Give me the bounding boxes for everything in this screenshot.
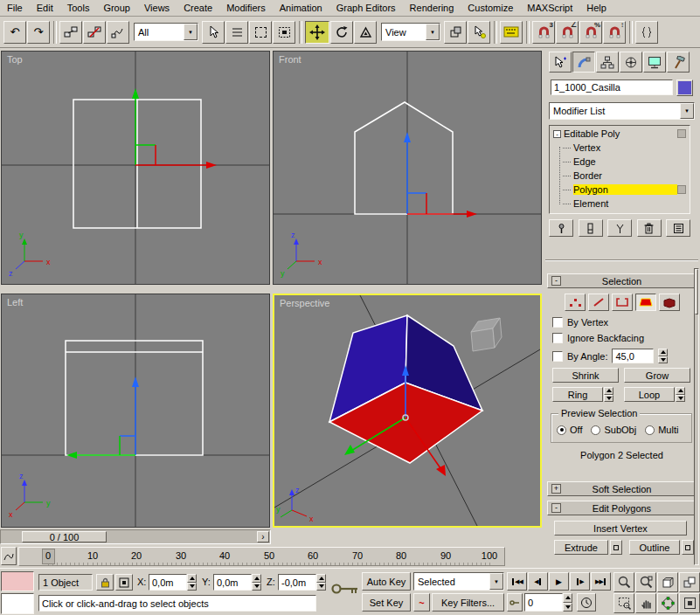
preview-subobj-radio[interactable] [591,425,600,435]
pin-stack-button[interactable] [549,219,573,237]
x-spinner[interactable] [187,574,197,591]
rectangular-selection-region-button[interactable] [249,21,272,44]
command-panel-scrollbar[interactable] [694,268,699,565]
by-angle-spinner[interactable] [658,349,668,363]
wireframe-top[interactable] [73,100,201,228]
go-to-start-button[interactable]: ◀◀ [507,572,527,591]
edit-named-selection-sets-button[interactable] [635,21,658,44]
viewport-perspective[interactable]: z y x Perspective [273,294,542,528]
tab-modify[interactable] [572,52,595,73]
pan-view-button[interactable] [635,593,656,613]
bind-to-space-warp-button[interactable] [107,21,129,44]
play-button[interactable]: ▶ [549,572,569,591]
menu-graph-editors[interactable]: Graph Editors [329,1,403,15]
menu-views[interactable]: Views [137,1,177,15]
auto-key-button[interactable]: Auto Key [362,572,411,591]
ignore-backfacing-checkbox[interactable] [552,333,563,343]
by-angle-value-field[interactable]: 45,0 [612,349,654,363]
set-key-button[interactable]: Set Key [362,593,411,612]
z-spinner[interactable] [316,574,326,591]
selection-lock-toggle[interactable] [96,574,114,591]
maximize-viewport-toggle[interactable] [679,593,700,613]
stack-item-border[interactable]: Border [551,169,689,183]
edge-subobject-button[interactable] [588,294,609,311]
object-color-swatch[interactable] [676,79,693,96]
outline-settings-button[interactable] [682,540,694,555]
viewport-front[interactable]: z x y Front [273,51,542,285]
absolute-offset-mode-toggle[interactable] [115,574,133,591]
time-slider-track[interactable]: 0 / 100 › [0,529,271,544]
menu-maxscript[interactable]: MAXScript [520,1,579,15]
next-frame-button[interactable]: ▶ [570,572,590,591]
track-bar-ruler[interactable]: 0 10 20 30 40 50 60 70 80 90 100 [18,547,505,566]
wireframe-front[interactable] [355,102,453,214]
make-unique-button[interactable] [607,219,632,237]
y-coordinate-field[interactable]: 0,0m [213,574,252,591]
dropdown-arrow-icon[interactable]: ▼ [680,103,694,119]
tab-hierarchy[interactable] [596,52,619,73]
show-end-result-button[interactable] [579,219,603,237]
menu-help[interactable]: Help [579,1,613,15]
open-mini-curve-editor-button[interactable] [1,547,17,565]
rollout-selection-header[interactable]: - Selection [547,273,697,288]
undo-button[interactable]: ↶ [3,21,26,44]
object-name-field[interactable]: 1_1000_Casilla [551,79,673,95]
zoom-extents-button[interactable] [657,572,678,592]
ring-spinner[interactable] [604,387,613,402]
viewport-perspective-label[interactable]: Perspective [280,298,329,308]
frame-spinner[interactable] [563,593,572,612]
select-object-button[interactable] [202,21,225,44]
x-coordinate-field[interactable]: 0,0m [149,574,187,591]
viewport-left-label[interactable]: Left [7,297,23,308]
loop-button[interactable]: Loop [624,387,675,402]
menu-file[interactable]: File [0,1,30,15]
zoom-region-button[interactable] [613,593,634,613]
default-in-out-tangents-button[interactable]: ~ [413,593,430,612]
preview-multi-radio[interactable] [645,425,655,435]
move-gizmo[interactable] [66,377,139,459]
selection-filter-dropdown[interactable]: All▼ [134,23,198,41]
maxscript-mini-listener[interactable] [1,593,34,614]
keyboard-shortcut-override-button[interactable] [500,21,523,44]
ring-button[interactable]: Ring [552,387,603,402]
select-and-rotate-button[interactable] [330,21,353,44]
current-frame-field[interactable]: 0 [524,593,563,612]
modifier-list-dropdown[interactable]: Modifier List▼ [549,102,695,120]
tab-create[interactable] [549,52,572,73]
stack-item-polygon[interactable]: Polygon [551,183,689,197]
previous-frame-button[interactable]: ◀ [528,572,548,591]
loop-spinner[interactable] [676,387,685,402]
spinner-snap-toggle-button[interactable]: ↕ [603,21,626,44]
select-and-scale-button[interactable] [354,21,377,44]
menu-modifiers[interactable]: Modifiers [219,1,273,15]
time-configuration-button[interactable] [577,593,596,612]
viewport-top-label[interactable]: Top [7,54,23,65]
preview-off-radio[interactable] [557,425,566,435]
zoom-button[interactable] [613,572,634,592]
rollout-expand-icon[interactable]: + [551,484,561,494]
stack-item-editable-poly[interactable]: - Editable Poly [551,127,689,141]
angle-snap-toggle-button[interactable]: ∠ [556,21,579,44]
viewport-left[interactable]: z y x Left [1,294,270,528]
extrude-settings-button[interactable] [610,540,622,555]
z-coordinate-field[interactable]: -0,0m [278,574,316,591]
stack-item-edge[interactable]: Edge [551,155,689,169]
time-slider-handle[interactable]: 0 / 100 [22,531,107,542]
select-and-link-button[interactable] [59,21,82,44]
select-and-manipulate-button[interactable] [468,21,490,44]
rollout-edit-polygons-header[interactable]: - Edit Polygons [547,501,697,515]
arc-rotate-button[interactable] [657,593,678,613]
shrink-button[interactable]: Shrink [552,368,619,383]
wireframe-left[interactable] [66,341,203,455]
tab-motion[interactable] [620,52,642,73]
menu-rendering[interactable]: Rendering [403,1,461,15]
grow-button[interactable]: Grow [624,368,690,383]
scrollbar-thumb[interactable] [695,269,698,314]
menu-group[interactable]: Group [96,1,137,15]
window-crossing-toggle-button[interactable] [273,21,295,44]
y-spinner[interactable] [252,574,261,591]
dropdown-arrow-icon[interactable]: ▼ [184,24,198,40]
outline-button[interactable]: Outline [629,540,680,555]
dropdown-arrow-icon[interactable]: ▼ [426,24,440,40]
menu-tools[interactable]: Tools [60,1,97,15]
